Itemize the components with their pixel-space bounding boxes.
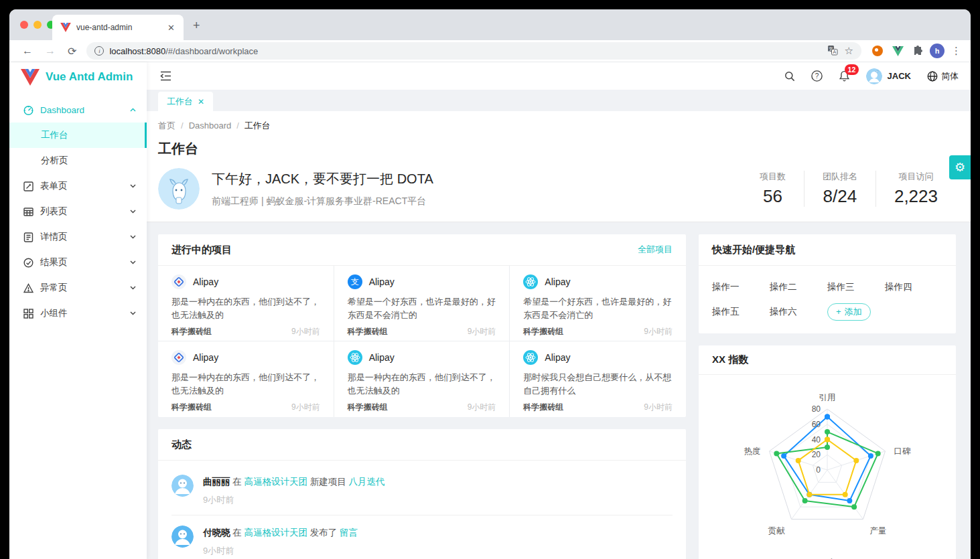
page-tab-close-icon[interactable]: ✕: [198, 97, 204, 106]
browser-profile-avatar[interactable]: h: [930, 44, 944, 58]
activity-link[interactable]: 留言: [340, 528, 358, 538]
translate-icon[interactable]: 文A: [827, 45, 838, 58]
detail-icon: [23, 232, 33, 242]
project-card[interactable]: Alipay 希望是一个好东西，也许是最好的，好东西是不会消亡的 科学搬砖组9小…: [510, 266, 686, 341]
caret-down-icon: [130, 235, 136, 239]
close-window-button[interactable]: [20, 21, 28, 29]
sidebar-item-列表页[interactable]: 列表页: [9, 199, 147, 224]
index-card: XX 指数 020406080引用口碑产量贡献热度 abc: [699, 345, 956, 559]
sidebar-item-工作台[interactable]: 工作台: [9, 123, 147, 148]
language-selector[interactable]: 简体: [927, 70, 959, 82]
react-icon: [348, 350, 362, 365]
add-button[interactable]: +添加: [827, 303, 871, 321]
quicknav-link-操作五[interactable]: 操作五: [712, 299, 770, 324]
activity-time: 9小时前: [203, 494, 385, 506]
activity-text: 在: [230, 477, 244, 487]
project-name[interactable]: Alipay: [545, 276, 570, 287]
caret-up-icon: [130, 108, 136, 112]
quicknav-link-操作二[interactable]: 操作二: [770, 274, 827, 299]
browser-tab[interactable]: vue-antd-admin ✕: [52, 15, 184, 40]
project-group[interactable]: 科学搬砖组: [171, 402, 212, 413]
project-card[interactable]: Alipay 那是一种内在的东西，他们到达不了，也无法触及的 科学搬砖组9小时前: [158, 341, 334, 417]
stats-row: 项目数56团队排名8/24项目访问2,223: [742, 171, 956, 207]
search-icon[interactable]: [784, 71, 795, 82]
antd-icon: [171, 350, 186, 365]
bookmark-star-icon[interactable]: ☆: [845, 45, 853, 57]
projects-grid: Alipay 那是一种内在的东西，他们到达不了，也无法触及的 科学搬砖组9小时前…: [158, 266, 686, 417]
app-logo[interactable]: Vue Antd Admin: [9, 64, 147, 90]
stat-团队排名: 团队排名8/24: [804, 171, 876, 207]
reload-icon[interactable]: ⟳: [62, 45, 82, 58]
page-title: 工作台: [158, 140, 956, 158]
breadcrumb-separator: /: [236, 121, 239, 131]
page-tab-workplace[interactable]: 工作台 ✕: [158, 92, 213, 111]
svg-text:20: 20: [812, 450, 821, 459]
radar-chart: 020406080引用口碑产量贡献热度: [699, 383, 956, 550]
project-name[interactable]: Alipay: [545, 352, 570, 363]
extensions-puzzle-icon[interactable]: [910, 43, 926, 59]
project-card[interactable]: Alipay 那是一种内在的东西，他们到达不了，也无法触及的 科学搬砖组9小时前: [334, 341, 510, 417]
breadcrumb-item[interactable]: Dashboard: [189, 121, 232, 131]
project-group[interactable]: 科学搬砖组: [348, 402, 388, 413]
warning-icon: [23, 283, 33, 293]
menu-fold-icon[interactable]: [160, 71, 171, 81]
activity-link[interactable]: 高逼格设计天团: [244, 477, 308, 487]
tab-close-icon[interactable]: ✕: [165, 23, 177, 33]
vue-devtools-icon[interactable]: [890, 43, 906, 59]
url-path: /#/dashboard/workplace: [165, 46, 820, 56]
project-group[interactable]: 科学搬砖组: [171, 326, 212, 337]
user-menu[interactable]: JACK: [866, 68, 911, 84]
notifications-bell-icon[interactable]: 12: [839, 70, 850, 82]
project-card[interactable]: 支Alipay 希望是一个好东西，也许是最好的，好东西是不会消亡的 科学搬砖组9…: [334, 266, 510, 341]
project-name[interactable]: Alipay: [193, 276, 218, 287]
project-card[interactable]: Alipay 那是一种内在的东西，他们到达不了，也无法触及的 科学搬砖组9小时前: [158, 266, 334, 341]
content-area: 进行中的项目 全部项目 Alipay 那是一种内在的东西，他们到达不了，也无法触…: [147, 222, 971, 559]
sidebar-item-小组件[interactable]: 小组件: [9, 301, 147, 326]
all-projects-link[interactable]: 全部项目: [638, 244, 673, 256]
new-tab-button[interactable]: +: [193, 19, 200, 31]
project-description: 那是一种内在的东西，他们到达不了，也无法触及的: [171, 371, 320, 398]
project-description: 那是一种内在的东西，他们到达不了，也无法触及的: [171, 295, 320, 322]
project-card[interactable]: Alipay 那时候我只会想自己想要什么，从不想自己拥有什么 科学搬砖组9小时前: [510, 341, 686, 417]
project-name[interactable]: Alipay: [193, 352, 218, 363]
browser-tab-title: vue-antd-admin: [76, 23, 165, 32]
greeting-subtitle: 前端工程师 | 蚂蚁金服-计算服务事业群-REACT平台: [212, 195, 433, 208]
url-bar[interactable]: i localhost:8080 /#/dashboard/workplace …: [86, 42, 861, 60]
sidebar-item-表单页[interactable]: 表单页: [9, 173, 147, 199]
sidebar: Vue Antd Admin Dashboard工作台分析页表单页列表页详情页结…: [9, 62, 147, 559]
help-icon[interactable]: ?: [811, 70, 823, 82]
project-group[interactable]: 科学搬砖组: [348, 326, 388, 337]
notification-badge: 12: [845, 64, 859, 75]
breadcrumb-item: 工作台: [244, 121, 271, 131]
activity-link[interactable]: 高逼格设计天团: [244, 528, 308, 538]
activities-list: 曲丽丽 在 高逼格设计天团 新建项目 八月迭代 9小时前 付晓晓 在 高逼格设计…: [158, 461, 686, 559]
extension-orange-icon[interactable]: [869, 43, 886, 59]
sidebar-item-结果页[interactable]: 结果页: [9, 250, 147, 275]
quicknav-link-操作一[interactable]: 操作一: [712, 274, 770, 299]
site-info-icon[interactable]: i: [94, 46, 104, 56]
minimize-window-button[interactable]: [33, 21, 42, 29]
sidebar-item-Dashboard[interactable]: Dashboard: [9, 97, 147, 123]
project-name[interactable]: Alipay: [369, 276, 395, 287]
activity-avatar: [171, 526, 194, 548]
radar-legend: abc: [699, 553, 956, 559]
breadcrumb-item[interactable]: 首页: [158, 121, 176, 131]
quicknav-link-操作三[interactable]: 操作三: [827, 274, 885, 299]
sidebar-item-异常页[interactable]: 异常页: [9, 275, 147, 301]
stat-value: 8/24: [823, 186, 857, 207]
quicknav-link-操作六[interactable]: 操作六: [770, 299, 827, 324]
activity-link[interactable]: 八月迭代: [349, 477, 385, 487]
breadcrumb-separator: /: [181, 121, 184, 131]
project-time: 9小时前: [468, 326, 496, 337]
forward-icon[interactable]: →: [39, 45, 62, 57]
project-group[interactable]: 科学搬砖组: [523, 326, 563, 337]
quicknav-link-操作四[interactable]: 操作四: [885, 274, 942, 299]
sidebar-item-分析页[interactable]: 分析页: [9, 148, 147, 173]
project-name[interactable]: Alipay: [369, 352, 395, 363]
activity-time: 9小时前: [203, 545, 358, 557]
project-group[interactable]: 科学搬砖组: [523, 402, 563, 413]
settings-gear-button[interactable]: ⚙: [949, 155, 971, 179]
back-icon[interactable]: ←: [16, 45, 39, 57]
browser-menu-icon[interactable]: ⋮: [949, 45, 964, 57]
sidebar-item-详情页[interactable]: 详情页: [9, 224, 147, 250]
